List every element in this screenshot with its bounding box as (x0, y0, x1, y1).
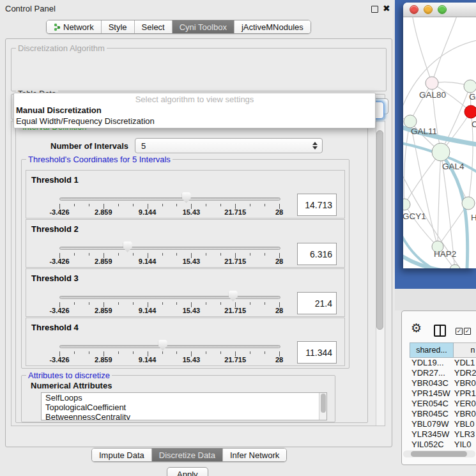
network-node[interactable] (462, 197, 475, 210)
slider-thumb[interactable] (158, 340, 167, 351)
num-intervals-combobox[interactable]: 5 (135, 138, 323, 153)
network-canvas[interactable]: GAL80GACGAL11GAL4GCY1HHAP2 (403, 17, 476, 268)
attributes-group: Attributes to discretize Numerical Attri… (21, 375, 335, 422)
network-window-titlebar[interactable] (403, 3, 476, 17)
attribute-item[interactable]: BetweennessCentrality (42, 412, 326, 420)
network-graph: GAL80GACGAL11GAL4GCY1HHAP2 (403, 17, 476, 268)
network-node[interactable] (432, 143, 450, 161)
num-intervals-value: 5 (141, 141, 146, 151)
table-panel-card: ⚙ ✓ ✓ shared... n YDL19...YDL1YDR27...YD… (401, 311, 476, 465)
minimize-traffic-icon[interactable] (424, 5, 433, 14)
network-node[interactable] (403, 199, 410, 210)
table-row[interactable]: YPR145WYPR1 (410, 388, 476, 399)
tab-label: Network (63, 22, 94, 32)
network-node[interactable] (464, 105, 476, 118)
table-row[interactable]: YBR043CYBR0 (410, 378, 476, 388)
network-edge[interactable] (432, 17, 457, 83)
settings-scrollpane: Interval Definition Number of Intervals … (11, 121, 385, 426)
dropdown-placeholder: Select algorithm to view settings (14, 93, 375, 105)
table-row[interactable]: YDL19...YDL1 (410, 358, 476, 368)
threshold-value-field[interactable]: 14.713 (297, 194, 337, 216)
apply-button[interactable]: Apply (167, 467, 208, 476)
table-row[interactable]: YIL052CYIL0 (410, 440, 476, 450)
tab-infer-network[interactable]: Infer Network (223, 449, 286, 461)
tab-network[interactable]: Network (47, 20, 102, 33)
cell-name: YLR3 (452, 429, 476, 440)
network-edge[interactable] (403, 40, 476, 113)
list-scrollbar[interactable] (319, 393, 326, 420)
tab-label: Impute Data (99, 450, 144, 460)
table-row[interactable]: YBL079WYBL0 (410, 419, 476, 429)
cell-shared-name: YPR145W (410, 388, 452, 399)
table-row[interactable]: YBR045CYBR0 (410, 409, 476, 419)
network-edge[interactable] (412, 17, 432, 83)
threshold-panel: Threshold 4-3.4262.8599.14415.4321.71528… (26, 318, 345, 366)
window-float-icon[interactable] (371, 6, 378, 13)
network-edge[interactable] (404, 121, 410, 204)
scrollbar-thumb[interactable] (321, 394, 326, 413)
attribute-list[interactable]: SelfLoopsTopologicalCoefficientBetweenne… (41, 392, 327, 420)
dropdown-option[interactable]: Equal Width/Frequency Discretization (14, 116, 375, 127)
cell-name: YDL1 (452, 358, 476, 368)
tab-style[interactable]: Style (102, 20, 135, 33)
network-node[interactable] (426, 77, 438, 89)
tab-discretize-data[interactable]: Discretize Data (152, 449, 223, 461)
node-label: GA (469, 92, 476, 102)
cell-shared-name: YBR045C (410, 409, 452, 419)
tab-label: Select (142, 22, 165, 32)
tab-label: Style (109, 22, 127, 32)
scrollbar-thumb[interactable] (411, 451, 467, 457)
table-row[interactable]: YDR27...YDR2 (410, 368, 476, 378)
tab-impute-data[interactable]: Impute Data (92, 449, 152, 461)
slider-track[interactable] (59, 197, 280, 201)
threshold-value-field[interactable]: 6.316 (297, 243, 337, 265)
checkbox-icon[interactable]: ✓ (464, 328, 471, 335)
table-row[interactable]: YLR345WYLR3 (410, 429, 476, 440)
column-header[interactable]: shared... (410, 342, 454, 358)
close-icon[interactable]: ✖ (383, 3, 390, 13)
split-columns-icon[interactable] (434, 325, 446, 337)
node-label: GCY1 (403, 211, 426, 221)
table-row[interactable]: YER054CYER0 (410, 399, 476, 409)
horizontal-scrollbar[interactable] (403, 450, 475, 457)
zoom-traffic-icon[interactable] (438, 5, 447, 14)
tab-cyni-toolbox[interactable]: Cyni Toolbox (173, 20, 234, 33)
attribute-item[interactable]: SelfLoops (42, 393, 326, 403)
threshold-panel: Threshold 3-3.4262.8599.14415.4321.71528… (26, 268, 345, 317)
slider-track[interactable] (59, 345, 280, 348)
cell-name: YBL0 (452, 419, 476, 429)
checkbox-icon[interactable]: ✓ (456, 328, 463, 335)
network-node[interactable] (404, 115, 417, 128)
tab-label: Discretize Data (159, 450, 215, 460)
slider-track[interactable] (59, 296, 280, 299)
slider-thumb[interactable] (123, 242, 132, 252)
network-node[interactable] (464, 80, 476, 93)
control-panel-titlebar: Control Panel ✖ (0, 0, 395, 18)
threshold-value-field[interactable]: 21.4 (297, 292, 337, 314)
column-header[interactable]: n (454, 342, 476, 358)
threshold-value-field[interactable]: 11.344 (297, 341, 337, 364)
tab-select[interactable]: Select (135, 20, 173, 33)
numerical-attributes-label: Numerical Attributes (31, 381, 112, 390)
close-traffic-icon[interactable] (410, 5, 418, 14)
dropdown-option[interactable]: Manual Discretization (14, 105, 375, 116)
network-edge[interactable] (410, 121, 438, 247)
vertical-scrollbar[interactable] (376, 121, 385, 426)
network-edge[interactable] (404, 204, 438, 247)
network-edge[interactable] (438, 152, 441, 247)
network-edge[interactable] (404, 152, 441, 204)
threshold-panel: Threshold 1-3.4262.8599.14415.4321.71528… (26, 170, 345, 219)
group-title: Discretization Algorithm (16, 43, 107, 53)
tab-jactivemnodules[interactable]: jActiveMNodules (234, 20, 311, 33)
tab-label: Cyni Toolbox (180, 22, 227, 32)
scrollbar-thumb[interactable] (376, 130, 383, 330)
gear-icon[interactable]: ⚙ (411, 322, 422, 334)
attribute-item[interactable]: TopologicalCoefficient (42, 403, 326, 412)
slider-thumb[interactable] (229, 291, 238, 302)
slider-thumb[interactable] (182, 192, 191, 203)
node-label: H (471, 213, 476, 222)
tab-label: jActiveMNodules (242, 22, 303, 32)
tab-label: Infer Network (230, 450, 279, 460)
slider-track[interactable] (59, 247, 280, 250)
slider-tick-labels: -3.4262.8599.14415.4321.71528 (59, 208, 279, 216)
